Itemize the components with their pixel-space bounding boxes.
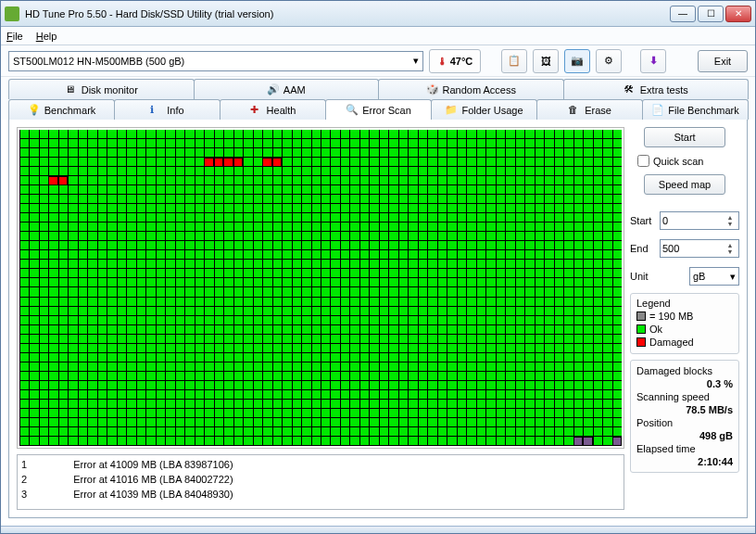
gear-icon: ⚙ <box>604 55 613 67</box>
damaged-block <box>233 158 243 167</box>
damaged-block <box>272 158 282 167</box>
tab-extra-tests[interactable]: 🛠Extra tests <box>563 79 750 99</box>
chevron-down-icon: ▾ <box>730 271 736 283</box>
minimize-button[interactable]: — <box>670 6 696 22</box>
spinner-arrows[interactable]: ▲▼ <box>724 214 737 227</box>
end-label: End <box>630 243 656 254</box>
legend-panel: Legend = 190 MB Ok Damaged <box>630 293 739 354</box>
damaged-blocks-label: Damaged blocks <box>636 365 733 376</box>
download-icon: ⬇ <box>649 55 658 67</box>
maximize-button[interactable]: ☐ <box>698 6 724 22</box>
tab-row-bottom: 💡Benchmark ℹInfo ✚Health 🔍Error Scan 📁Fo… <box>8 99 748 120</box>
tools-icon: 🛠 <box>624 83 636 96</box>
unit-select[interactable]: gB▾ <box>689 267 739 286</box>
tab-aam[interactable]: 🔊AAM <box>194 79 380 99</box>
damaged-blocks-value: 0.3 % <box>636 378 733 389</box>
tab-folder-usage[interactable]: 📁Folder Usage <box>431 99 537 120</box>
temperature-badge: 🌡 47°C <box>429 49 481 73</box>
damaged-block <box>223 158 233 167</box>
disk-select[interactable]: ST500LM012 HN-M500MBB (500 gB) ▾ <box>8 51 423 71</box>
end-field-row: End 500▲▼ <box>630 239 739 258</box>
trash-icon: 🗑 <box>568 104 581 117</box>
quick-scan-row: Quick scan <box>637 155 732 167</box>
tab-erase[interactable]: 🗑Erase <box>536 99 643 120</box>
tab-file-benchmark[interactable]: 📄File Benchmark <box>642 99 749 120</box>
purple-block <box>573 437 583 446</box>
purple-block <box>583 437 592 446</box>
monitor-icon: 🖥 <box>65 83 78 96</box>
toolbar-copy-button[interactable]: 📋 <box>501 49 527 73</box>
legend-block-icon <box>636 312 646 321</box>
exit-button[interactable]: Exit <box>698 50 748 72</box>
close-button[interactable]: ✕ <box>725 6 751 22</box>
stats-panel: Damaged blocks 0.3 % Scanning speed 78.5… <box>630 360 739 473</box>
toolbar-screenshot-button[interactable]: 🖼 <box>533 49 559 73</box>
quick-scan-checkbox[interactable] <box>637 155 649 167</box>
error-list[interactable]: 1Error at 41009 MB (LBA 83987106) 2Error… <box>17 454 624 510</box>
unit-label: Unit <box>630 271 656 282</box>
start-field-row: Start 0▲▼ <box>630 211 739 230</box>
scanning-speed-value: 78.5 MB/s <box>636 404 733 415</box>
tab-error-scan[interactable]: 🔍Error Scan <box>325 99 432 120</box>
app-icon <box>5 6 19 21</box>
file-icon: 📄 <box>651 104 664 117</box>
menubar: File Help <box>1 27 755 45</box>
damaged-block <box>214 158 223 167</box>
screenshot-icon: 🖼 <box>541 56 551 67</box>
scan-grid <box>19 130 622 446</box>
legend-ok-icon <box>636 324 646 334</box>
copy-icon: 📋 <box>508 55 521 67</box>
error-row: 2Error at 41016 MB (LBA 84002722) <box>21 472 620 487</box>
purple-block <box>612 437 622 446</box>
damaged-block <box>204 158 213 167</box>
tab-disk-monitor[interactable]: 🖥Disk monitor <box>8 79 195 99</box>
menu-help[interactable]: Help <box>36 31 57 42</box>
start-button[interactable]: Start <box>644 127 725 147</box>
speaker-icon: 🔊 <box>267 83 280 96</box>
tab-benchmark[interactable]: 💡Benchmark <box>8 99 115 120</box>
position-value: 498 gB <box>636 430 733 441</box>
spinner-arrows[interactable]: ▲▼ <box>724 242 737 255</box>
end-input[interactable]: 500▲▼ <box>660 239 739 258</box>
start-label: Start <box>630 215 656 226</box>
toolbar-download-button[interactable]: ⬇ <box>640 49 666 73</box>
window-buttons: — ☐ ✕ <box>670 6 751 22</box>
toolbar-camera-button[interactable]: 📷 <box>564 49 590 73</box>
legend-title: Legend <box>636 298 733 309</box>
left-column: 1Error at 41009 MB (LBA 83987106) 2Error… <box>17 127 624 510</box>
app-window: HD Tune Pro 5.50 - Hard Disk/SSD Utility… <box>0 0 756 534</box>
search-icon: 🔍 <box>346 104 359 117</box>
elapsed-value: 2:10:44 <box>636 456 733 467</box>
taskbar-edge <box>1 526 755 533</box>
menu-file[interactable]: File <box>6 31 23 42</box>
titlebar: HD Tune Pro 5.50 - Hard Disk/SSD Utility… <box>1 1 755 27</box>
health-icon: ✚ <box>250 104 263 117</box>
tab-random-access[interactable]: 🎲Random Access <box>378 79 564 99</box>
tab-row-top: 🖥Disk monitor 🔊AAM 🎲Random Access 🛠Extra… <box>8 79 748 99</box>
disk-select-value: ST500LM012 HN-M500MBB (500 gB) <box>13 56 184 67</box>
thermometer-icon: 🌡 <box>437 56 447 67</box>
temperature-value: 47°C <box>450 56 473 67</box>
camera-icon: 📷 <box>571 55 584 67</box>
quick-scan-label: Quick scan <box>653 156 703 167</box>
elapsed-label: Elapsed time <box>636 443 733 454</box>
damaged-block <box>58 176 68 185</box>
bulb-icon: 💡 <box>28 104 41 117</box>
info-icon: ℹ <box>150 104 163 117</box>
start-input[interactable]: 0▲▼ <box>660 211 739 230</box>
damaged-block <box>262 158 271 167</box>
chevron-down-icon: ▾ <box>413 55 419 67</box>
tabs-area: 🖥Disk monitor 🔊AAM 🎲Random Access 🛠Extra… <box>1 77 755 120</box>
toolbar: ST500LM012 HN-M500MBB (500 gB) ▾ 🌡 47°C … <box>1 45 755 77</box>
speed-map-button[interactable]: Speed map <box>644 174 725 195</box>
error-row: 3Error at 41039 MB (LBA 84048930) <box>21 487 620 502</box>
scanning-speed-label: Scanning speed <box>636 391 733 402</box>
window-title: HD Tune Pro 5.50 - Hard Disk/SSD Utility… <box>25 8 670 19</box>
toolbar-options-button[interactable]: ⚙ <box>596 49 622 73</box>
damaged-block <box>48 176 57 185</box>
tab-health[interactable]: ✚Health <box>220 99 326 120</box>
error-row: 1Error at 41009 MB (LBA 83987106) <box>21 457 620 472</box>
tab-info[interactable]: ℹInfo <box>114 99 220 120</box>
scan-grid-panel <box>17 127 624 449</box>
unit-field-row: Unit gB▾ <box>630 267 739 286</box>
